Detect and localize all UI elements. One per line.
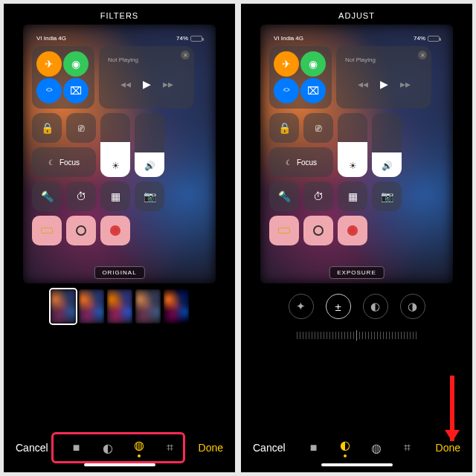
battery-percent: 74% [414,35,425,42]
timer-icon: ⏱ [303,181,333,211]
focus-label: Focus [60,158,80,167]
calculator-icon: ▦ [338,181,367,211]
play-icon: ▶ [380,78,388,90]
focus-label: Focus [297,158,317,167]
close-icon: ✕ [181,51,190,60]
not-playing-label: Not Playing [345,57,376,63]
filter-thumb-2[interactable] [79,289,104,324]
bottom-toolbar: Cancel ■ ◐ ◍ ⌗ Done [244,431,469,460]
lock-rotation-icon: 🔒 [269,113,299,143]
status-bar: VI India 4G 74% [269,33,444,46]
battery-icon [190,36,202,42]
filter-thumb-3[interactable] [107,289,132,324]
flashlight-icon: 🔦 [269,181,299,211]
home-indicator [84,463,155,466]
speaker-icon: 🔊 [382,161,393,171]
volume-slider: 🔊 [135,113,164,177]
battery-percent: 74% [176,35,188,42]
camera-icon: 📷 [372,181,402,211]
brightness-slider: ☀ [100,113,130,177]
dark-mode-icon [66,216,96,245]
mirror-icon: ⎚ [303,113,333,143]
bluetooth-icon: ⌧ [300,78,326,103]
photo-preview[interactable]: VI India 4G 74% ✈ ◉ ⌔ ⌧ ✕ Not Playing [23,25,216,283]
cellular-icon: ◉ [300,51,326,77]
adjust-name-chip: EXPOSURE [329,266,384,279]
record-icon [100,216,130,245]
adjust-tab-icon[interactable]: ◐ [338,438,353,452]
prev-icon: ◂◂ [358,78,368,90]
battery-icon [428,36,440,42]
play-icon: ▶ [143,78,151,90]
carrier-label: VI India 4G [36,35,66,42]
record-icon [338,216,367,245]
close-icon: ✕ [418,51,427,60]
brightness-slider: ☀ [338,113,367,177]
filter-thumbnails[interactable] [14,289,225,325]
dark-mode-icon [303,216,333,245]
mirror-icon: ⎚ [66,113,96,143]
filter-thumb-5[interactable] [164,289,189,324]
crop-tab-icon[interactable]: ⌗ [163,441,178,454]
home-indicator [321,463,393,466]
sun-icon: ☀ [112,161,120,171]
adjust-tab-icon[interactable]: ◐ [100,441,115,455]
bluetooth-icon: ⌧ [63,78,89,103]
moon-icon: ☾ [286,158,292,167]
calculator-icon: ▦ [100,181,130,211]
filters-tab-icon[interactable]: ◍ [132,438,147,452]
not-playing-label: Not Playing [108,57,138,63]
filter-thumb-4[interactable] [135,289,161,324]
phone-left: FILTERS VI India 4G 74% ✈ ◉ ⌔ ⌧ ✕ [4,4,235,472]
moon-icon: ☾ [48,158,55,167]
cancel-button[interactable]: Cancel [253,442,286,454]
auto-enhance-button[interactable]: ✦ [289,294,314,319]
wifi-icon: ⌔ [274,78,299,103]
value-ruler[interactable] [254,325,459,346]
photo-preview[interactable]: VI India 4G 74% ✈ ◉ ⌔ ⌧ ✕ Not Playing [260,25,453,283]
speaker-icon: 🔊 [144,161,155,171]
next-icon: ▸▸ [400,78,411,90]
adjust-controls: ✦ ± ◐ ◑ [244,294,469,319]
airplane-icon: ✈ [36,51,62,77]
connectivity-tile: ✈ ◉ ⌔ ⌧ [32,46,94,109]
video-tab-icon[interactable]: ■ [306,441,321,454]
prev-icon: ◂◂ [120,78,131,90]
annotation-arrow [450,376,454,441]
filter-name-chip: ORIGINAL [94,266,144,279]
bottom-toolbar: Cancel ■ ◐ ◍ ⌗ Done [7,431,232,460]
done-button[interactable]: Done [436,442,460,454]
media-tile: ✕ Not Playing ◂◂ ▶ ▸▸ [99,46,194,109]
done-button[interactable]: Done [199,442,223,454]
connectivity-tile: ✈ ◉ ⌔ ⌧ [269,46,332,109]
brilliance-button[interactable]: ◐ [363,294,388,319]
mode-title: FILTERS [7,8,232,25]
volume-slider: 🔊 [372,113,402,177]
low-power-icon [269,216,299,245]
flashlight-icon: 🔦 [32,181,62,211]
camera-icon: 📷 [135,181,164,211]
cancel-button[interactable]: Cancel [16,442,48,454]
carrier-label: VI India 4G [274,35,303,42]
timer-icon: ⏱ [66,181,96,211]
airplane-icon: ✈ [274,51,299,77]
filters-tab-icon[interactable]: ◍ [369,441,384,455]
status-bar: VI India 4G 74% [32,33,207,46]
sun-icon: ☀ [349,161,357,171]
highlights-button[interactable]: ◑ [400,294,425,319]
next-icon: ▸▸ [163,78,173,90]
phone-right: ADJUST VI India 4G 74% ✈ ◉ ⌔ ⌧ ✕ [241,4,472,472]
video-tab-icon[interactable]: ■ [69,441,84,454]
mode-title: ADJUST [244,8,469,25]
exposure-button[interactable]: ± [326,294,351,319]
lock-rotation-icon: 🔒 [32,113,62,143]
cellular-icon: ◉ [63,51,89,77]
media-tile: ✕ Not Playing ◂◂ ▶ ▸▸ [336,46,431,109]
focus-tile: ☾ Focus [32,147,96,177]
low-power-icon [32,216,62,245]
filter-thumb-original[interactable] [51,289,76,324]
focus-tile: ☾ Focus [269,147,333,177]
crop-tab-icon[interactable]: ⌗ [400,441,415,454]
wifi-icon: ⌔ [36,78,62,103]
